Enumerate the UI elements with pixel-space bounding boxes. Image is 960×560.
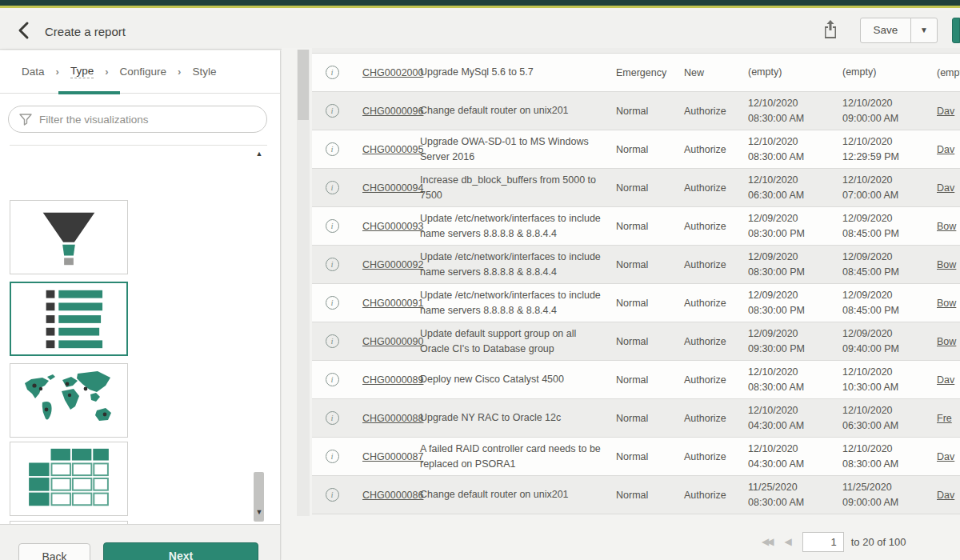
viz-list-scrollbar[interactable]: ▲ ▼ xyxy=(252,148,266,518)
previous-page-icon[interactable]: ◀ xyxy=(784,536,789,547)
change-number-link[interactable]: CHG0000091 xyxy=(362,298,423,309)
table-row: i CHG0000089 Deploy new Cisco Catalyst 4… xyxy=(312,361,960,399)
priority-cell: Normal xyxy=(616,182,684,194)
assigned-to-link[interactable]: Fre xyxy=(937,413,952,424)
assigned-to-link[interactable]: Bow xyxy=(937,259,956,270)
funnel-chart-icon xyxy=(17,202,121,273)
partial-row-top xyxy=(312,48,960,54)
priority-cell: Normal xyxy=(616,259,684,270)
table-scrollbar-thumb[interactable] xyxy=(298,50,309,120)
save-button[interactable]: Save xyxy=(860,18,911,43)
change-number-link[interactable]: CHG0000087 xyxy=(362,451,423,462)
info-icon[interactable]: i xyxy=(326,334,339,348)
planned-start-cell: 12/09/2020 08:30:00 PM xyxy=(748,250,842,278)
info-icon[interactable]: i xyxy=(326,104,339,118)
state-cell: Authorize xyxy=(684,374,748,386)
assigned-to-link[interactable]: Dav xyxy=(937,374,954,386)
priority-cell: Normal xyxy=(616,298,684,309)
viz-tile-heatmap-table[interactable] xyxy=(10,442,128,516)
assigned-to-link[interactable]: Dav xyxy=(937,451,954,462)
scroll-down-icon[interactable]: ▼ xyxy=(254,508,264,516)
planned-start-cell: 12/09/2020 09:30:00 PM xyxy=(748,326,842,355)
change-number-link[interactable]: CHG0000096 xyxy=(362,106,423,117)
table-row: i CHG0002000 Upgrade MySql 5.6 to 5.7 Em… xyxy=(312,54,960,92)
info-icon[interactable]: i xyxy=(326,450,339,463)
state-cell: Authorize xyxy=(684,490,748,501)
priority-cell: Emergency xyxy=(616,67,684,78)
info-icon[interactable]: i xyxy=(326,411,339,425)
info-icon[interactable]: i xyxy=(326,66,339,79)
share-export-icon[interactable] xyxy=(821,18,845,42)
run-button-partial[interactable] xyxy=(952,18,960,43)
change-number-link[interactable]: CHG0000095 xyxy=(362,144,423,155)
table-scrollbar[interactable] xyxy=(297,50,310,516)
change-number-link[interactable]: CHG0000092 xyxy=(362,259,423,270)
first-page-icon[interactable]: ◀◀ xyxy=(762,536,771,547)
wizard-step-configure[interactable]: Configure xyxy=(120,66,167,78)
page-number-input[interactable] xyxy=(802,532,844,552)
state-cell: Authorize xyxy=(684,144,748,155)
info-icon[interactable]: i xyxy=(326,219,339,233)
back-chevron-icon[interactable] xyxy=(14,20,35,41)
change-number-link[interactable]: CHG0000088 xyxy=(362,413,423,424)
viz-tile-list[interactable] xyxy=(10,282,128,356)
assigned-to-link[interactable]: Dav xyxy=(937,106,954,117)
save-dropdown-button[interactable]: ▼ xyxy=(910,18,938,43)
back-button[interactable]: Back xyxy=(18,543,90,560)
heatmap-table-icon xyxy=(17,444,121,514)
change-number-link[interactable]: CHG0000086 xyxy=(362,490,423,501)
planned-end-cell: (empty) xyxy=(842,65,937,79)
page-title: Create a report xyxy=(45,25,126,38)
viz-tile-map[interactable] xyxy=(10,363,128,438)
wizard-step-data[interactable]: Data xyxy=(22,66,45,78)
info-icon[interactable]: i xyxy=(326,488,339,502)
viz-tile-funnel[interactable] xyxy=(10,200,128,274)
assigned-to-link[interactable]: Dav xyxy=(937,490,954,501)
state-cell: New xyxy=(684,67,748,78)
priority-cell: Normal xyxy=(616,490,684,501)
planned-start-cell: 12/10/2020 04:30:00 AM xyxy=(748,442,842,470)
planned-end-cell: 12/09/2020 09:40:00 PM xyxy=(842,326,937,355)
planned-end-cell: 12/09/2020 08:45:00 PM xyxy=(842,288,937,317)
assigned-to-link[interactable]: Bow xyxy=(937,221,956,232)
report-preview-pane: i CHG0002000 Upgrade MySql 5.6 to 5.7 Em… xyxy=(282,48,960,560)
state-cell: Authorize xyxy=(684,413,748,424)
funnel-filter-icon xyxy=(18,112,33,130)
info-icon[interactable]: i xyxy=(326,373,339,386)
priority-cell: Normal xyxy=(616,374,684,386)
next-button[interactable]: Next xyxy=(103,542,258,560)
change-number-link[interactable]: CHG0000094 xyxy=(362,182,423,194)
wizard-step-style[interactable]: Style xyxy=(192,66,216,78)
assigned-to-cell: Dav xyxy=(937,106,960,117)
assigned-to-link[interactable]: Bow xyxy=(937,336,956,347)
short-description-cell: Upgrade MySql 5.6 to 5.7 xyxy=(420,65,616,79)
planned-start-cell: 11/25/2020 08:30:00 AM xyxy=(748,480,842,509)
change-number-link[interactable]: CHG0000093 xyxy=(362,221,423,232)
scroll-up-icon[interactable]: ▲ xyxy=(254,150,264,158)
priority-cell: Normal xyxy=(616,451,684,462)
change-number-link[interactable]: CHG0002000 xyxy=(362,67,423,78)
visualization-list xyxy=(0,148,251,524)
planned-start-cell: 12/09/2020 08:30:00 PM xyxy=(748,211,842,240)
state-cell: Authorize xyxy=(684,451,748,462)
priority-cell: Normal xyxy=(616,144,684,155)
assigned-to-link[interactable]: Dav xyxy=(937,182,954,194)
assigned-to-cell: Fre xyxy=(937,413,960,424)
planned-end-cell: 12/10/2020 12:29:59 PM xyxy=(842,134,937,163)
planned-start-cell: (empty) xyxy=(748,65,842,79)
assigned-to-link[interactable]: Bow xyxy=(937,298,956,309)
info-icon[interactable]: i xyxy=(326,258,339,271)
state-cell: Authorize xyxy=(684,298,748,309)
info-icon[interactable]: i xyxy=(326,142,339,156)
planned-start-cell: 12/10/2020 06:30:00 AM xyxy=(748,173,842,202)
change-number-link[interactable]: CHG0000089 xyxy=(362,374,423,386)
change-number-link[interactable]: CHG0000090 xyxy=(362,336,423,347)
short-description-cell: Upgrade OWA-SD-01 to MS Windows Server 2… xyxy=(420,134,616,163)
info-icon[interactable]: i xyxy=(326,181,339,194)
short-description-cell: Update /etc/network/interfaces to includ… xyxy=(420,288,616,317)
state-cell: Authorize xyxy=(684,221,748,232)
filter-visualizations-input[interactable] xyxy=(8,106,267,133)
info-icon[interactable]: i xyxy=(326,296,339,310)
assigned-to-link[interactable]: Dav xyxy=(937,144,954,155)
wizard-step-type[interactable]: Type xyxy=(70,65,94,78)
